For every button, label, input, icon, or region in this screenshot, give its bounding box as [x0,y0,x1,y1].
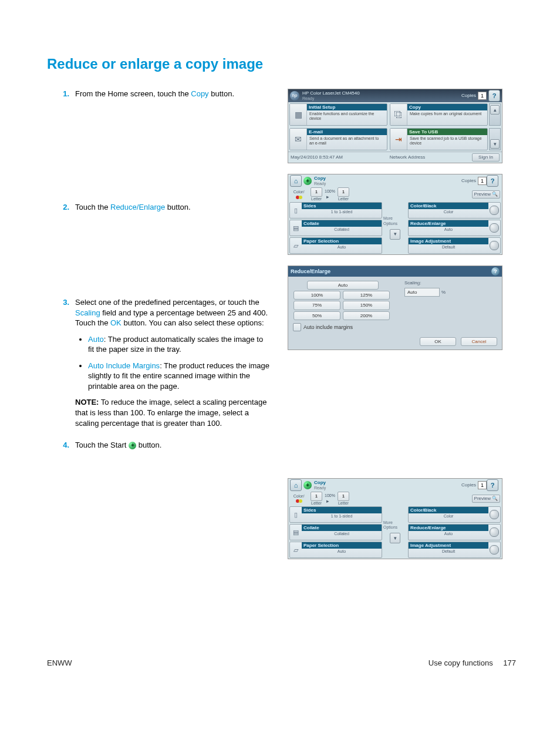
arrow-right-icon: ▸ [325,498,330,504]
copies-value[interactable]: 1 [478,92,487,100]
step-1-text-a: From the Home screen, touch the [75,89,191,98]
start-icon[interactable]: ◈ [303,481,312,489]
start-icon[interactable]: ◈ [303,177,312,185]
option-collate[interactable]: ▤ Collate Collated [289,220,382,236]
option-paper-selection[interactable]: ▱ Paper Selection Auto [289,542,382,558]
more-options-label[interactable]: More Options [383,216,407,226]
copies-value[interactable]: 1 [478,177,487,185]
tile-initial-setup[interactable]: ▦ Initial Setup Enable functions and cus… [289,103,387,126]
step-4-text-a: Touch the Start [75,441,129,449]
chevron-down-icon[interactable]: ▾ [390,229,400,240]
sides-icon: ▯ [290,507,302,522]
option-sides[interactable]: ▯ Sides 1 to 1-sided [289,202,382,219]
usb-icon: ⇥ [390,129,407,150]
source-page-icon: 1 [311,187,322,197]
ok-button[interactable]: OK [420,337,456,346]
tile-copy-title: Copy [407,104,487,110]
pct-50-button[interactable]: 50% [294,311,340,320]
scaling-label: Scaling: [404,280,497,285]
tile-email[interactable]: ✉ E-mail Send a document as an attachmen… [289,128,387,150]
bullet-auto-include-margins: Auto Include Margins: The product reduce… [88,361,270,392]
tile-save-usb[interactable]: ⇥ Save To USB Save the scanned job to a … [390,128,488,150]
dest-page-icon: 1 [338,492,349,501]
colorblack-value: Color [409,513,488,519]
option-color-black[interactable]: Color/Black Color [408,506,501,523]
more-options-label[interactable]: More Options [383,520,407,530]
device-status: Ready [302,96,461,101]
note-label: NOTE: [75,398,99,406]
copy-status: Ready [314,486,326,490]
network-address[interactable]: Network Address [343,154,472,160]
step-3-text-a: Select one of the predefined percentages… [75,298,259,307]
start-icon: ◈ [129,442,136,449]
option-image-adjustment[interactable]: Image Adjustment Default [408,542,501,558]
pct-150-button[interactable]: 150% [343,301,390,310]
copies-label: Copies [461,482,476,488]
pct-200-button[interactable]: 200% [343,311,390,320]
copies-value[interactable]: 1 [478,481,487,489]
dest-page-icon: 1 [338,187,349,197]
scaling-input[interactable]: Auto [404,288,440,297]
pct-100-button[interactable]: 100% [294,291,340,300]
option-collate[interactable]: ▤ Collate Collated [289,524,382,540]
footer-left: ENWW [47,658,429,667]
help-icon[interactable]: ? [488,90,500,102]
step-4: Touch the Start ◈ button. [47,440,270,451]
option-color-black[interactable]: Color/Black Color [408,202,501,219]
source-page-icon: 1 [311,492,322,501]
preview-button[interactable]: Preview 🔍 [472,495,500,502]
tile-copy[interactable]: ⿻ Copy Make copies from an original docu… [390,103,488,126]
setup-icon: ▦ [290,104,307,125]
collate-icon: ▤ [290,220,302,236]
sign-in-button[interactable]: Sign In [472,153,500,161]
help-icon[interactable]: ? [487,175,498,187]
reduce-title: Reduce/Enlarge [409,220,488,227]
step-4-text-b: button. [136,441,161,449]
color-label: Color/ [294,494,305,499]
email-icon: ✉ [290,129,307,150]
colorblack-value: Color [409,209,488,215]
scroll-down-icon[interactable]: ▾ [490,139,500,149]
tile-copy-sub: Make copies from an original document [410,112,485,116]
auto-include-margins-label: Auto include margins [303,324,353,330]
step-1: From the Home screen, touch the Copy but… [47,89,270,190]
paper-value: Auto [302,244,382,250]
source-size: Letter [311,501,322,506]
colorblack-title: Color/Black [409,507,488,513]
chevron-down-icon[interactable]: ▾ [390,533,400,543]
preview-button[interactable]: Preview 🔍 [472,190,500,198]
copy-icon: ⿻ [390,104,407,125]
option-reduce-enlarge[interactable]: Reduce/Enlarge Auto [408,524,501,540]
home-icon[interactable]: ⌂ [290,175,302,187]
option-reduce-enlarge[interactable]: Reduce/Enlarge Auto [408,220,501,236]
scroll-up-icon[interactable]: ▴ [490,105,500,115]
ok-link: OK [110,318,122,327]
color-label: Color/ [294,190,305,194]
color-circle-icon [490,206,499,215]
pct-75-button[interactable]: 75% [294,301,340,310]
dest-size: Letter [338,197,349,201]
source-size: Letter [311,197,322,201]
pct-125-button[interactable]: 125% [343,291,390,300]
help-icon[interactable]: ? [491,267,500,275]
home-icon[interactable]: ⌂ [290,479,302,491]
auto-button[interactable]: Auto [307,281,379,290]
screenshot-reduce-enlarge: Reduce/Enlarge ? Auto 100% 125% 75% 150% [288,266,502,350]
auto-include-margins-checkbox[interactable] [293,323,301,331]
colorblack-title: Color/Black [409,203,488,209]
cancel-button[interactable]: Cancel [461,337,497,346]
reduce-value: Auto [409,227,488,233]
sides-icon: ▯ [290,203,302,218]
option-sides[interactable]: ▯ Sides 1 to 1-sided [289,506,382,523]
option-paper-selection[interactable]: ▱ Paper Selection Auto [289,237,382,254]
tile-initial-setup-sub: Enable functions and customize the devic… [309,112,384,121]
option-image-adjustment[interactable]: Image Adjustment Default [408,237,501,254]
sides-title: Sides [302,507,382,513]
tile-email-sub: Send a document as an attachment to an e… [309,136,384,146]
screenshot-home: hp HP Color LaserJet CM4540 Ready Copies… [288,89,502,163]
collate-title: Collate [302,220,382,227]
help-icon[interactable]: ? [487,479,498,491]
collate-title: Collate [302,525,382,531]
sides-value: 1 to 1-sided [302,209,382,215]
paper-icon: ▱ [290,542,302,557]
